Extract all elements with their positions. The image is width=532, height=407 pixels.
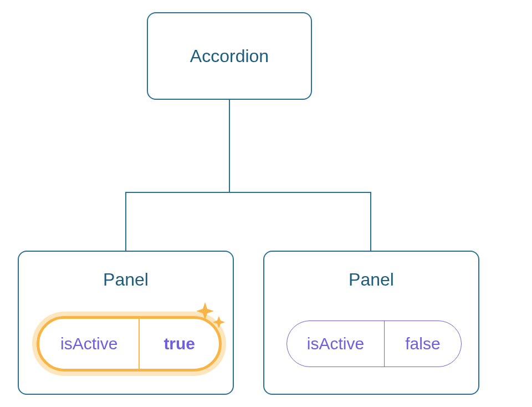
root-node-label: Accordion <box>190 46 269 67</box>
connector-line <box>125 192 371 193</box>
state-key: isActive <box>287 321 385 367</box>
state-pill-active: isActive true <box>37 316 222 372</box>
component-tree-diagram: Accordion Panel isActive true Panel isAc… <box>0 0 532 407</box>
child-node-left: Panel isActive true <box>18 251 234 395</box>
connector-line <box>370 192 371 251</box>
state-key: isActive <box>39 319 140 369</box>
child-node-label: Panel <box>349 269 394 290</box>
child-node-label: Panel <box>103 269 149 290</box>
state-value: false <box>385 321 461 367</box>
sparkle-icon <box>194 299 233 340</box>
root-node: Accordion <box>147 12 312 100</box>
state-pill-inactive: isActive false <box>287 320 462 367</box>
connector-line <box>125 192 126 251</box>
child-node-right: Panel isActive false <box>263 251 479 395</box>
connector-line <box>229 100 230 193</box>
